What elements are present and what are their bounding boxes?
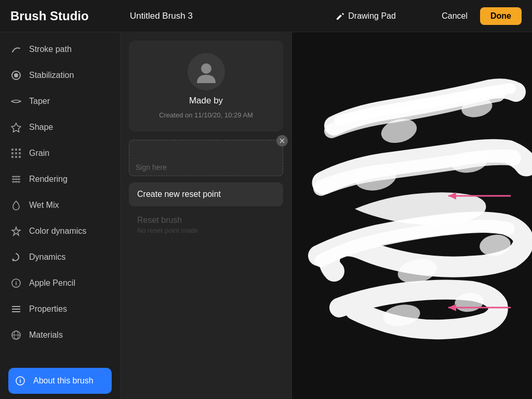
reset-brush-label: Reset brush (137, 216, 275, 225)
dynamics-icon (10, 251, 22, 263)
about-brush-icon: i (15, 375, 26, 387)
main-layout: Stroke path Stabilization Taper (0, 32, 532, 399)
brush-preview-svg (292, 32, 532, 399)
sidebar-item-color-dynamics[interactable]: Color dynamics (0, 218, 120, 244)
clear-signature-button[interactable] (276, 135, 288, 147)
sidebar-label-stabilization: Stabilization (29, 71, 74, 80)
reset-brush-sublabel: No reset point made (137, 227, 275, 234)
sidebar-label-dynamics: Dynamics (29, 252, 65, 262)
svg-rect-10 (15, 156, 17, 158)
close-icon (280, 138, 285, 143)
stabilization-icon (10, 70, 22, 81)
sidebar-label-grain: Grain (29, 149, 49, 158)
avatar (188, 53, 225, 90)
sign-here-label: Sign here (136, 163, 167, 171)
sidebar-item-grain[interactable]: Grain (0, 140, 120, 166)
wet-mix-icon (10, 200, 22, 211)
done-button[interactable]: Done (480, 7, 522, 25)
svg-text:i: i (15, 280, 17, 286)
svg-point-29 (201, 63, 211, 74)
sidebar-item-properties[interactable]: Properties (0, 296, 120, 322)
properties-icon (10, 303, 22, 315)
svg-rect-11 (19, 156, 21, 158)
svg-rect-6 (11, 152, 14, 154)
sidebar-item-dynamics[interactable]: Dynamics (0, 244, 120, 270)
grain-icon (10, 148, 22, 159)
svg-point-1 (14, 73, 18, 77)
brush-info-area: Made by Created on 11/10/20, 10:29 AM (129, 41, 283, 131)
header: Brush Studio Untitled Brush 3 Drawing Pa… (0, 0, 532, 32)
sidebar-footer: i About this brush (0, 363, 120, 399)
taper-icon (10, 96, 22, 107)
sidebar-item-materials[interactable]: Materials (0, 322, 120, 348)
svg-rect-7 (15, 152, 17, 154)
made-by-text: Made by (189, 96, 223, 106)
sidebar-item-wet-mix[interactable]: Wet Mix (0, 192, 120, 218)
svg-rect-5 (19, 149, 21, 151)
sidebar-item-stabilization[interactable]: Stabilization (0, 62, 120, 88)
sidebar-label-stroke-path: Stroke path (29, 45, 72, 54)
edit-icon (336, 11, 345, 21)
create-reset-point-button[interactable]: Create new reset point (129, 182, 283, 206)
svg-text:i: i (19, 378, 21, 384)
stroke-path-icon (10, 44, 22, 55)
reset-brush-section: Reset brush No reset point made (129, 208, 283, 242)
sidebar-items: Stroke path Stabilization Taper (0, 32, 120, 363)
preview-area (292, 32, 532, 399)
svg-rect-8 (19, 152, 21, 154)
svg-rect-4 (15, 149, 17, 151)
create-reset-label: Create new reset point (137, 190, 221, 198)
sidebar-label-materials: Materials (29, 330, 63, 340)
sidebar: Stroke path Stabilization Taper (0, 32, 121, 399)
color-dynamics-icon (10, 225, 22, 237)
sidebar-label-color-dynamics: Color dynamics (29, 227, 86, 236)
sidebar-item-apple-pencil[interactable]: i Apple Pencil (0, 270, 120, 296)
drawing-pad-button[interactable]: Drawing Pad (336, 11, 396, 21)
materials-icon (10, 329, 22, 341)
svg-marker-2 (11, 123, 21, 132)
signature-area[interactable]: Sign here (129, 140, 283, 176)
sidebar-item-rendering[interactable]: Rendering (0, 166, 120, 192)
sidebar-label-taper: Taper (29, 97, 50, 106)
rendering-icon (10, 174, 22, 185)
sidebar-label-properties: Properties (29, 304, 67, 314)
svg-rect-9 (11, 156, 14, 158)
sidebar-label-apple-pencil: Apple Pencil (29, 278, 75, 288)
sidebar-item-stroke-path[interactable]: Stroke path (0, 36, 120, 62)
header-actions: Cancel Done (435, 7, 522, 25)
sidebar-label-shape: Shape (29, 123, 53, 132)
sidebar-item-taper[interactable]: Taper (0, 88, 120, 114)
cancel-button[interactable]: Cancel (435, 8, 474, 24)
content-panel: Made by Created on 11/10/20, 10:29 AM Si… (121, 32, 292, 399)
brush-name: Untitled Brush 3 (130, 11, 296, 21)
sidebar-item-about-brush[interactable]: i About this brush (8, 368, 112, 394)
sidebar-label-rendering: Rendering (29, 175, 68, 184)
shape-icon (10, 122, 22, 133)
svg-rect-3 (11, 149, 14, 151)
sidebar-label-about-brush: About this brush (33, 376, 94, 385)
drawing-pad-label: Drawing Pad (348, 11, 396, 21)
user-avatar-icon (196, 60, 217, 83)
app-title: Brush Studio (10, 9, 130, 23)
sidebar-label-wet-mix: Wet Mix (29, 201, 59, 210)
header-center: Drawing Pad (296, 11, 435, 21)
apple-pencil-icon: i (10, 277, 22, 289)
created-on-text: Created on 11/10/20, 10:29 AM (159, 111, 253, 119)
sidebar-item-shape[interactable]: Shape (0, 114, 120, 140)
